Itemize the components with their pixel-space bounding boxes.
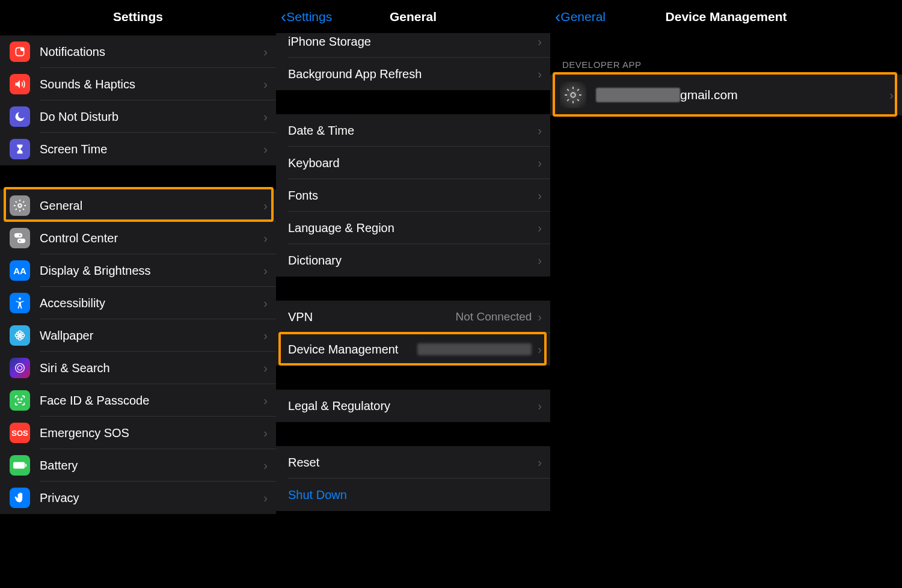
flower-icon xyxy=(10,325,30,346)
toggles-icon xyxy=(10,228,30,248)
svg-point-19 xyxy=(17,399,19,400)
back-button[interactable]: ‹ Settings xyxy=(276,8,332,25)
row-label: Fonts xyxy=(288,189,538,203)
chevron-right-icon: › xyxy=(263,45,268,59)
svg-point-17 xyxy=(16,364,25,373)
settings-row-screen-time[interactable]: Screen Time› xyxy=(0,133,276,165)
page-title: Device Management xyxy=(666,10,787,24)
settings-row-do-not-disturb[interactable]: Do Not Disturb› xyxy=(0,100,276,133)
row-label: Legal & Regulatory xyxy=(288,399,538,413)
row-label: Control Center xyxy=(40,231,263,245)
general-group-1: iPhone Storage›Background App Refresh› xyxy=(276,25,550,90)
settings-group-2: General›Control Center›AADisplay & Brigh… xyxy=(0,189,276,514)
redacted-text xyxy=(417,343,532,355)
row-label: Wallpaper xyxy=(40,329,263,343)
chevron-right-icon: › xyxy=(263,110,268,124)
settings-row-control-center[interactable]: Control Center› xyxy=(0,222,276,254)
settings-row-emergency-sos[interactable]: SOSEmergency SOS› xyxy=(0,417,276,449)
general-row-iphone-storage[interactable]: iPhone Storage› xyxy=(276,25,550,58)
chevron-right-icon: › xyxy=(538,189,542,203)
general-row-keyboard[interactable]: Keyboard› xyxy=(276,147,550,179)
chevron-right-icon: › xyxy=(538,399,542,413)
settings-row-siri-search[interactable]: Siri & Search› xyxy=(0,352,276,384)
row-label: Background App Refresh xyxy=(288,67,538,81)
settings-row-battery[interactable]: Battery› xyxy=(0,449,276,482)
general-row-vpn[interactable]: VPNNot Connected› xyxy=(276,301,550,333)
general-row-shut-down[interactable]: Shut Down xyxy=(276,479,550,511)
chevron-right-icon: › xyxy=(538,310,542,324)
battery-icon xyxy=(10,455,30,476)
gear-icon xyxy=(560,82,586,108)
gear-icon xyxy=(10,195,30,216)
chevron-right-icon: › xyxy=(263,264,268,278)
general-group-4: Legal & Regulatory› xyxy=(276,390,550,422)
back-button[interactable]: ‹ General xyxy=(550,8,606,25)
settings-row-accessibility[interactable]: Accessibility› xyxy=(0,287,276,319)
svg-point-18 xyxy=(17,366,22,370)
chevron-right-icon: › xyxy=(263,199,268,213)
row-label: VPN xyxy=(288,310,456,324)
chevron-right-icon: › xyxy=(538,343,542,357)
chevron-right-icon: › xyxy=(538,456,542,470)
row-label: Keyboard xyxy=(288,156,538,170)
svg-point-7 xyxy=(19,298,21,300)
chevron-right-icon: › xyxy=(263,361,268,375)
settings-row-face-id-passcode[interactable]: Face ID & Passcode› xyxy=(0,384,276,417)
row-label: Reset xyxy=(288,456,538,470)
nav-header: ‹ General Device Management xyxy=(550,0,902,33)
general-row-reset[interactable]: Reset› xyxy=(276,446,550,479)
row-label: Siri & Search xyxy=(40,361,263,375)
row-label: Dictionary xyxy=(288,254,538,268)
chevron-left-icon: ‹ xyxy=(555,8,560,25)
notifications-icon xyxy=(10,41,30,62)
svg-point-14 xyxy=(21,332,23,335)
row-label: General xyxy=(40,199,263,213)
general-row-legal-regulatory[interactable]: Legal & Regulatory› xyxy=(276,390,550,422)
hand-icon xyxy=(10,488,30,508)
svg-point-4 xyxy=(19,234,21,236)
back-label: Settings xyxy=(286,10,332,24)
svg-rect-21 xyxy=(13,462,25,468)
svg-point-23 xyxy=(571,93,575,97)
chevron-right-icon: › xyxy=(538,124,542,138)
general-group-3: VPNNot Connected›Device Management› xyxy=(276,301,550,366)
chevron-right-icon: › xyxy=(538,67,542,81)
general-row-background-app-refresh[interactable]: Background App Refresh› xyxy=(276,58,550,90)
general-row-language-region[interactable]: Language & Region› xyxy=(276,212,550,244)
chevron-right-icon: › xyxy=(263,142,268,156)
settings-row-notifications[interactable]: Notifications› xyxy=(0,35,276,68)
back-label: General xyxy=(560,10,606,24)
developer-profile-row[interactable]: gmail.com › xyxy=(550,75,902,115)
general-panel: ‹ Settings General iPhone Storage›Backgr… xyxy=(276,0,550,588)
chevron-right-icon: › xyxy=(263,491,268,505)
svg-point-6 xyxy=(19,240,21,242)
settings-group-1: Notifications›Sounds & Haptics›Do Not Di… xyxy=(0,35,276,165)
settings-row-display-brightness[interactable]: AADisplay & Brightness› xyxy=(0,254,276,287)
chevron-right-icon: › xyxy=(263,296,268,310)
chevron-right-icon: › xyxy=(263,329,268,343)
hourglass-icon xyxy=(10,139,30,159)
general-row-dictionary[interactable]: Dictionary› xyxy=(276,244,550,277)
chevron-left-icon: ‹ xyxy=(281,8,286,25)
row-label: Face ID & Passcode xyxy=(40,394,263,408)
general-row-device-management[interactable]: Device Management› xyxy=(276,333,550,366)
sos-icon: SOS xyxy=(10,423,30,443)
row-label: Battery xyxy=(40,459,263,473)
settings-row-wallpaper[interactable]: Wallpaper› xyxy=(0,319,276,352)
settings-row-privacy[interactable]: Privacy› xyxy=(0,482,276,514)
row-label: Privacy xyxy=(40,491,263,505)
siri-icon xyxy=(10,358,30,378)
row-label: Emergency SOS xyxy=(40,426,263,440)
general-group-5: Reset›Shut Down xyxy=(276,446,550,511)
settings-row-sounds-haptics[interactable]: Sounds & Haptics› xyxy=(0,68,276,100)
svg-point-15 xyxy=(17,337,19,339)
row-label: iPhone Storage xyxy=(288,35,538,49)
row-label: Date & Time xyxy=(288,124,538,138)
general-row-date-time[interactable]: Date & Time› xyxy=(276,114,550,147)
row-label: Shut Down xyxy=(288,488,542,502)
general-row-fonts[interactable]: Fonts› xyxy=(276,179,550,212)
accessibility-icon xyxy=(10,293,30,313)
settings-row-general[interactable]: General› xyxy=(0,189,276,222)
chevron-right-icon: › xyxy=(263,394,268,408)
page-title: Settings xyxy=(113,10,163,24)
